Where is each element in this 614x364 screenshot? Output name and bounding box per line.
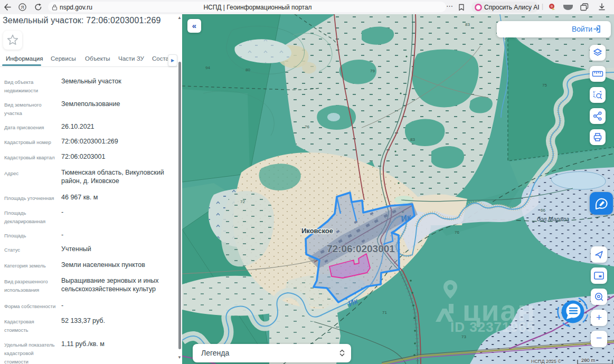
svg-text:бол.Марала: бол.Марала [537,216,569,222]
svg-text:79: 79 [370,69,375,73]
svg-text:76: 76 [455,230,459,235]
svg-text:83: 83 [410,137,415,142]
svg-text:83: 83 [465,22,470,27]
svg-text:71: 71 [382,310,387,315]
svg-text:73: 73 [461,334,466,339]
svg-text:ID 32371965: ID 32371965 [450,319,535,335]
svg-text:Иковское: Иковское [301,227,333,235]
svg-text:72:06:0203001: 72:06:0203001 [327,243,395,254]
svg-text:Я: Я [21,5,24,10]
svg-text:94: 94 [205,65,210,70]
svg-text:66: 66 [541,208,545,213]
svg-text:80: 80 [245,68,250,72]
svg-text:72: 72 [240,199,245,204]
svg-text:75: 75 [542,83,547,88]
svg-text:76: 76 [305,124,309,129]
